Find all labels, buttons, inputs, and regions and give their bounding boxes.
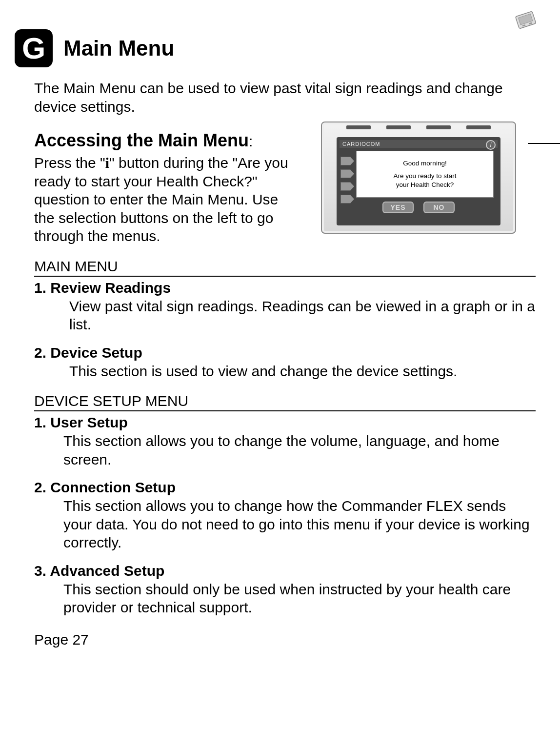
main-menu-item-1: 1. Review Readings View past vital sign … [34, 280, 536, 334]
select-button-icon[interactable] [340, 169, 354, 178]
device-setup-item-2: 2. Connection Setup This section allows … [34, 479, 536, 552]
item-desc: View past vital sign readings. Readings … [69, 297, 536, 334]
item-desc: This section allows you to change the vo… [63, 432, 536, 468]
accessing-row: Accessing the Main Menu: Press the "i" b… [15, 126, 545, 245]
screen-line-2: Are you ready to start [359, 172, 491, 181]
accessing-colon: : [249, 133, 253, 149]
selection-buttons [340, 157, 354, 203]
select-button-icon[interactable] [340, 182, 354, 191]
i-letter: i [105, 155, 109, 171]
select-button-icon[interactable] [340, 195, 354, 203]
section-letter-badge: G [15, 29, 53, 67]
screen-line-3: your Health Check? [359, 181, 491, 189]
device-brand: CARDIOCOM [342, 141, 380, 147]
slot-icon [426, 125, 451, 129]
main-menu-item-2: 2. Device Setup This section is used to … [34, 345, 536, 381]
slot-icon [466, 125, 491, 129]
device-screen-frame: CARDIOCOM Good morning! Are you ready to… [337, 137, 500, 225]
device-top-slots [346, 125, 491, 130]
item-title: 2. Device Setup [34, 345, 536, 361]
accessing-heading: Accessing the Main Menu: [34, 130, 311, 151]
yes-button[interactable]: YES [382, 202, 414, 213]
device-body: CARDIOCOM Good morning! Are you ready to… [321, 122, 516, 234]
device-setup-item-1: 1. User Setup This section allows you to… [34, 414, 536, 468]
main-menu-heading: MAIN MENU [34, 258, 536, 277]
item-title: 2. Connection Setup [34, 479, 536, 496]
device-yes-no-row: YES NO [340, 202, 498, 213]
device-illustration: CARDIOCOM Good morning! Are you ready to… [321, 122, 545, 234]
accessing-pre: Press the " [34, 155, 105, 171]
device-setup-item-3: 3. Advanced Setup This section should on… [34, 563, 536, 617]
item-desc: This section is used to view and change … [69, 362, 536, 381]
slot-icon [346, 125, 371, 129]
arrow-line-icon [528, 143, 560, 144]
page-number: Page 27 [34, 631, 545, 648]
slot-icon [386, 125, 411, 129]
item-title: 1. Review Readings [34, 280, 536, 296]
device-setup-heading: DEVICE SETUP MENU [34, 393, 536, 411]
intro-text: The Main Menu can be used to view past v… [34, 79, 536, 116]
page: G Main Menu The Main Menu can be used to… [0, 0, 560, 730]
device-corner-icon [511, 9, 540, 34]
item-title: 3. Advanced Setup [34, 563, 536, 579]
section-title: Main Menu [63, 36, 174, 61]
accessing-heading-text: Accessing the Main Menu [34, 130, 249, 150]
no-button[interactable]: NO [423, 202, 455, 213]
accessing-body: Press the "i" button during the "Are you… [34, 154, 301, 245]
select-button-icon[interactable] [340, 157, 354, 165]
screen-line-1: Good morning! [359, 159, 491, 168]
device-brand-bar: CARDIOCOM [340, 140, 498, 148]
section-header: G Main Menu [15, 29, 545, 67]
item-desc: This section should only be used when in… [63, 580, 536, 617]
device-screen: Good morning! Are you ready to start you… [356, 151, 494, 198]
item-title: 1. User Setup [34, 414, 536, 431]
info-button[interactable]: i [486, 140, 496, 150]
item-desc: This section allows you to change how th… [63, 497, 536, 552]
